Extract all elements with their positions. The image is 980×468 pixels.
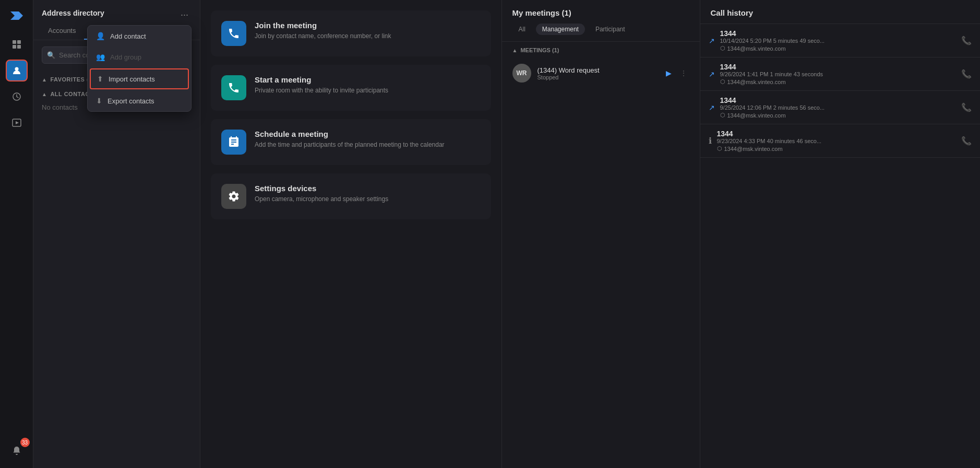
meeting-avatar: WR [512, 64, 531, 83]
call-number-3: 1344 [717, 130, 957, 138]
panel-title: Address directory [42, 9, 104, 17]
call-phone-icon-1[interactable]: 📞 [961, 69, 972, 79]
more-options-button[interactable]: ... [177, 6, 192, 19]
share-icon-2: ⬡ [720, 112, 725, 119]
call-info-icon-3: ℹ [709, 136, 712, 146]
export-contacts-label: Export contacts [107, 97, 154, 105]
meeting-item-name: (1344) Word request [537, 66, 658, 74]
add-contact-menu-item[interactable]: 👤 Add contact [88, 26, 191, 46]
start-meeting-title: Start a meeting [255, 75, 388, 84]
call-phone-icon-0[interactable]: 📞 [961, 36, 972, 45]
add-group-label: Add group [110, 53, 141, 61]
settings-devices-desc: Open camera, microphone and speaker sett… [255, 195, 388, 204]
meeting-filter-tabs: All Management Participant [512, 24, 689, 35]
call-info-0: 1344 10/14/2024 5:20 PM 5 minutes 49 sec… [720, 29, 957, 52]
tab-accounts[interactable]: Accounts [42, 24, 82, 40]
meeting-item-info: (1344) Word request Stopped [537, 66, 658, 80]
svg-rect-4 [17, 45, 21, 49]
export-icon: ⬇ [96, 97, 102, 105]
join-meeting-title: Join the meeting [255, 21, 391, 30]
call-phone-icon-2[interactable]: 📞 [961, 102, 972, 112]
svg-rect-2 [17, 40, 21, 44]
notifications-button[interactable]: 33 [6, 440, 28, 462]
settings-devices-card[interactable]: Settings devices Open camera, microphone… [211, 173, 491, 219]
nav-sidebar: 33 [0, 0, 33, 468]
call-datetime-3: 9/23/2024 4:33 PM 40 minutes 46 seco... [717, 138, 957, 144]
contacts-list: ▲ FAVORITES (0) ▲ ALL CONTACTS (0) No co… [33, 70, 200, 468]
join-meeting-desc: Join by contact name, conference number,… [255, 32, 391, 41]
meeting-item-status: Stopped [537, 74, 658, 80]
call-history-title: Call history [711, 8, 970, 17]
svg-marker-0 [10, 11, 23, 20]
call-datetime-0: 10/14/2024 5:20 PM 5 minutes 49 seco... [720, 38, 957, 44]
contacts-panel: Address directory ... Accounts Contacts … [33, 0, 200, 468]
meetings-chevron-icon: ▲ [512, 48, 518, 53]
share-icon-3: ⬡ [717, 145, 722, 152]
svg-marker-8 [16, 121, 19, 124]
share-icon-1: ⬡ [720, 78, 725, 85]
schedule-meeting-info: Schedule a meeting Add the time and part… [255, 130, 445, 149]
call-item-0[interactable]: ↗ 1344 10/14/2024 5:20 PM 5 minutes 49 s… [700, 24, 981, 57]
schedule-meeting-title: Schedule a meeting [255, 130, 445, 138]
nav-grid-button[interactable] [6, 33, 28, 55]
meeting-panel: Join the meeting Join by contact name, c… [200, 0, 502, 468]
schedule-meeting-icon [221, 130, 246, 155]
my-meetings-header: My meetings (1) All Management Participa… [502, 0, 700, 42]
meeting-list-item[interactable]: WR (1344) Word request Stopped ▶ ⋮ [502, 58, 700, 88]
start-meeting-desc: Private room with the ability to invite … [255, 86, 388, 95]
play-meeting-button[interactable]: ▶ [664, 67, 674, 79]
call-contact-0: ⬡ 1344@msk.vinteo.com [720, 45, 957, 52]
settings-devices-info: Settings devices Open camera, microphone… [255, 184, 388, 204]
more-meeting-button[interactable]: ⋮ [678, 67, 689, 79]
app-logo [7, 6, 26, 25]
filter-all[interactable]: All [512, 24, 532, 35]
call-datetime-2: 9/25/2024 12:06 PM 2 minutes 56 seco... [720, 104, 957, 111]
call-phone-icon-3[interactable]: 📞 [961, 136, 972, 146]
join-meeting-info: Join the meeting Join by contact name, c… [255, 21, 391, 41]
call-number-2: 1344 [720, 96, 957, 104]
meetings-subheader-label: MEETINGS (1) [520, 47, 559, 53]
svg-rect-1 [13, 40, 16, 44]
call-info-2: 1344 9/25/2024 12:06 PM 2 minutes 56 sec… [720, 96, 957, 119]
start-meeting-card[interactable]: Start a meeting Private room with the ab… [211, 65, 491, 111]
call-number-0: 1344 [720, 29, 957, 38]
call-item-2[interactable]: ↗ 1344 9/25/2024 12:06 PM 2 minutes 56 s… [700, 91, 981, 124]
call-number-1: 1344 [720, 63, 957, 71]
call-outgoing-icon-1: ↗ [709, 70, 715, 78]
schedule-meeting-card[interactable]: Schedule a meeting Add the time and part… [211, 119, 491, 165]
notification-count: 33 [20, 438, 30, 447]
call-history-header: Call history [700, 0, 981, 24]
filter-management[interactable]: Management [536, 24, 585, 35]
meeting-item-actions: ▶ ⋮ [664, 67, 689, 79]
call-item-3[interactable]: ℹ 1344 9/23/2024 4:33 PM 40 minutes 46 s… [700, 124, 981, 158]
my-meetings-title: My meetings (1) [512, 8, 689, 17]
import-contacts-menu-item[interactable]: ⬆ Import contacts [90, 68, 189, 89]
search-icon: 🔍 [47, 51, 55, 59]
schedule-meeting-desc: Add the time and participants of the pla… [255, 141, 445, 149]
filter-participant[interactable]: Participant [589, 24, 631, 35]
my-meetings-panel: My meetings (1) All Management Participa… [502, 0, 700, 468]
call-item-1[interactable]: ↗ 1344 9/26/2024 1:41 PM 1 minute 43 sec… [700, 57, 981, 91]
export-contacts-menu-item[interactable]: ⬇ Export contacts [88, 90, 191, 111]
start-meeting-info: Start a meeting Private room with the ab… [255, 75, 388, 95]
call-contact-2: ⬡ 1344@msk.vinteo.com [720, 112, 957, 119]
start-meeting-icon [221, 75, 246, 100]
nav-contacts-button[interactable] [6, 60, 28, 81]
call-info-1: 1344 9/26/2024 1:41 PM 1 minute 43 secon… [720, 63, 957, 85]
join-meeting-card[interactable]: Join the meeting Join by contact name, c… [211, 10, 491, 56]
join-meeting-icon [221, 21, 246, 46]
svg-point-5 [15, 67, 18, 71]
add-group-menu-item[interactable]: 👥 Add group [88, 46, 191, 67]
person-add-icon: 👤 [96, 32, 105, 40]
settings-devices-icon [221, 184, 246, 209]
nav-history-button[interactable] [6, 86, 28, 108]
call-datetime-1: 9/26/2024 1:41 PM 1 minute 43 seconds [720, 71, 957, 77]
call-outgoing-icon-0: ↗ [709, 37, 715, 45]
main-content: Join the meeting Join by contact name, c… [200, 0, 980, 468]
import-contacts-label: Import contacts [109, 75, 155, 83]
call-history-panel: Call history ↗ 1344 10/14/2024 5:20 PM 5… [700, 0, 981, 468]
settings-devices-title: Settings devices [255, 184, 388, 193]
call-info-3: 1344 9/23/2024 4:33 PM 40 minutes 46 sec… [717, 130, 957, 152]
nav-media-button[interactable] [6, 112, 28, 134]
favorites-chevron-icon: ▲ [42, 77, 47, 83]
